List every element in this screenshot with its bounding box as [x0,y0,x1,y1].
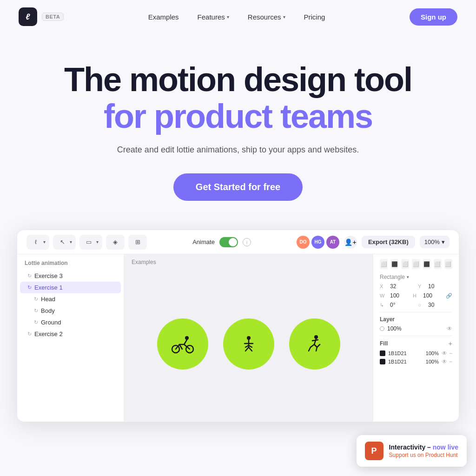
lock-icon[interactable]: 🔗 [446,293,452,299]
app-logo-tool[interactable]: ℓ [30,237,41,248]
fill-icons: 👁 − [442,350,452,357]
prop-w-row: W 100 H 100 🔗 [380,292,452,299]
app-toolbar: ℓ ▾ ↖ ▾ ▭ ▾ ◈ ⊞ Animate i [17,230,459,254]
rectangle-icon[interactable]: ▭ [83,237,94,248]
layer-item-head[interactable]: ↻ Head [20,293,121,305]
avatar-at: AT [326,236,339,249]
canvas-area: Examples [124,254,373,422]
fill-section: Fill + [380,340,452,347]
layer-item-exercise1[interactable]: ↻ Exercise 1 [20,282,121,293]
fill-hex-1[interactable]: 1B1D21 [388,350,423,356]
shape-chevron-icon: ▾ [407,275,409,279]
fill-minus-icon[interactable]: − [449,350,452,357]
align-top-icon[interactable]: ⬜ [412,259,420,269]
props-panel: ⬜ ⬛ ⬜ ⬜ ⬛ ⬜ ⬜ Rectangle ▾ X 32 Y 10 W [373,254,459,422]
prop-x-key: X [380,284,386,289]
hero-section: The motion design tool for product teams… [0,33,476,215]
chevron-down-icon: ▾ [283,14,285,20]
prop-radius-row: ↳ 0° ○ 30 [380,302,452,308]
hero-headline: The motion design tool for product teams [19,61,457,135]
zoom-button[interactable]: 100% ▾ [420,236,450,248]
layer-item-ground[interactable]: ↻ Ground [20,317,121,328]
layer-item-body[interactable]: ↻ Body [20,305,121,317]
add-user-icon[interactable]: 👤+ [344,236,357,249]
prop-r-key: ↳ [380,302,386,308]
fill-eye-icon-2[interactable]: 👁 [442,358,447,365]
fill-row-1: 1B1D21 100% 👁 − [380,350,452,357]
fill-icons-2: 👁 − [442,358,452,365]
prop-x-row: X 32 Y 10 [380,283,452,290]
layer-section-label: Layer [380,316,452,323]
prop-w-val[interactable]: 100 [390,292,409,299]
logo-chevron-icon: ▾ [43,239,46,245]
export-button[interactable]: Export (32KB) [362,236,415,248]
avatar-do: DO [297,236,310,249]
animate-toggle[interactable] [219,237,238,247]
canvas-breadcrumb: Examples [132,259,156,265]
align-center-h-icon[interactable]: ⬛ [390,259,398,269]
cursor-icon[interactable]: ↖ [57,237,68,248]
ph-logo: P [365,442,383,460]
prop-h-val[interactable]: 100 [423,292,442,299]
shape-section-label: Rectangle ▾ [380,274,452,280]
component-icon[interactable]: ◈ [110,237,121,248]
ph-toast[interactable]: P Interactivity – now live Support us on… [357,435,467,467]
toolbar-left: ℓ ▾ ↖ ▾ ▭ ▾ ◈ ⊞ [26,235,147,250]
tool-group-extra: ⊞ [128,235,147,250]
tool-group-rect: ▭ ▾ [79,235,102,250]
logo[interactable]: ℓ [19,7,37,26]
ph-title: Interactivity – now live [389,443,458,451]
fill-color-swatch-2[interactable] [380,359,385,364]
layers-panel: Lottie animation ↻ Exercise 3 ↻ Exercise… [17,254,124,422]
divider1 [380,312,452,312]
fill-color-swatch[interactable] [380,350,385,356]
sync-icon: ↻ [27,273,32,279]
nav-item-pricing[interactable]: Pricing [297,9,333,25]
prop-r-val[interactable]: 0° [390,302,414,308]
fill-minus-icon-2[interactable]: − [449,358,452,365]
animate-label: Animate [192,238,215,245]
align-bottom-icon[interactable]: ⬜ [434,259,442,269]
opacity-row: 100% 👁 [380,325,452,332]
layer-item-exercise3[interactable]: ↻ Exercise 3 [20,270,121,282]
prop-y-val[interactable]: 10 [428,283,452,290]
prop-r2-key: ○ [418,302,424,308]
nav-left: ℓ BETA [19,7,64,26]
fill-pct-1[interactable]: 100% [426,350,439,356]
align-left-icon[interactable]: ⬜ [380,259,388,269]
fill-pct-2[interactable]: 100% [426,359,439,364]
canvas-content[interactable] [132,271,365,417]
tool-group-cursor: ↖ ▾ [53,235,76,250]
avatars-group: DO HG AT [297,236,339,249]
sync-icon: ↻ [27,331,32,337]
align-row: ⬜ ⬛ ⬜ ⬜ ⬛ ⬜ ⬜ [380,259,452,269]
nav-right: Sign up [410,8,457,26]
fill-row-2: 1B1D21 100% 👁 − [380,358,452,365]
layer-item-exercise2[interactable]: ↻ Exercise 2 [20,328,121,340]
prop-r2-val[interactable]: 30 [428,302,452,308]
align-right-icon[interactable]: ⬜ [401,259,409,269]
tool-group-component: ◈ [106,235,125,250]
nav-item-features[interactable]: Features ▾ [190,9,237,25]
visibility-eye-icon[interactable]: 👁 [447,325,452,332]
extra-icon[interactable]: ⊞ [132,237,143,248]
nav-item-examples[interactable]: Examples [141,9,186,25]
prop-h-key: H [413,293,419,298]
cursor-chevron-icon: ▾ [70,239,72,245]
opacity-val[interactable]: 100% [387,325,444,332]
fill-add-icon[interactable]: + [449,340,452,347]
sync-icon: ↻ [34,308,38,314]
sync-icon: ↻ [34,296,38,302]
cta-button[interactable]: Get Started for free [173,173,303,201]
nav-item-resources[interactable]: Resources ▾ [240,9,293,25]
opacity-dot [380,326,384,331]
zoom-chevron-icon: ▾ [442,238,445,245]
prop-y-key: Y [418,284,424,289]
signup-button[interactable]: Sign up [410,8,457,26]
info-icon[interactable]: i [243,238,251,246]
fill-eye-icon[interactable]: 👁 [442,350,447,357]
align-center-v-icon[interactable]: ⬛ [423,259,431,269]
fill-hex-2[interactable]: 1B1D21 [388,359,423,364]
distribute-icon[interactable]: ⬜ [444,259,452,269]
prop-x-val[interactable]: 32 [390,283,414,290]
